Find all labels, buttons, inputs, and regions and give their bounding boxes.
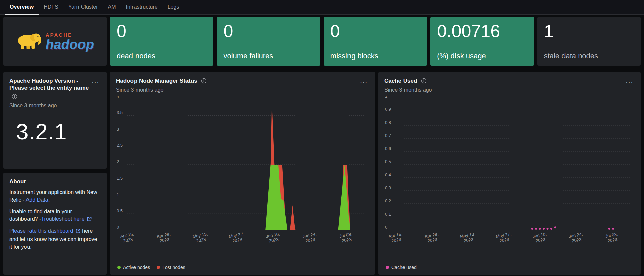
- about-text: Instrument your application with New Rel…: [9, 189, 97, 203]
- svg-text:3.5: 3.5: [117, 110, 123, 115]
- external-link-icon[interactable]: [76, 228, 80, 236]
- info-icon[interactable]: [201, 78, 207, 85]
- external-link-icon[interactable]: [87, 216, 92, 224]
- svg-text:Apr 15,2023: Apr 15,2023: [120, 232, 135, 244]
- chart-title: Cache Used: [384, 78, 417, 84]
- svg-text:Jun 10,2023: Jun 10,2023: [265, 231, 281, 244]
- svg-text:May 27,2023: May 27,2023: [495, 231, 513, 244]
- kpi-value: 1: [544, 22, 634, 40]
- svg-text:0.1: 0.1: [385, 212, 391, 217]
- kpi-label: stale data nodes: [544, 52, 634, 60]
- hadoop-logo-card: APACHE hadoop: [3, 17, 107, 66]
- kpi-value: 0: [117, 22, 207, 40]
- left-column: Apache Hadoop Version - Please select th…: [3, 72, 107, 275]
- svg-text:Jul 08,2023: Jul 08,2023: [339, 232, 354, 244]
- hadoop-elephant-icon: [16, 32, 42, 52]
- svg-text:0.7: 0.7: [385, 133, 391, 138]
- hadoop-version-value: 3.2.1: [16, 119, 101, 144]
- card-menu-button[interactable]: ...: [624, 77, 635, 83]
- main-row: Apache Hadoop Version - Please select th…: [3, 72, 641, 275]
- svg-text:May 27,2023: May 27,2023: [228, 231, 246, 244]
- svg-text:Apr 29,2023: Apr 29,2023: [424, 232, 440, 244]
- hadoop-version-card[interactable]: Apache Hadoop Version - Please select th…: [3, 72, 107, 169]
- svg-text:0.8: 0.8: [385, 120, 391, 125]
- svg-text:1.5: 1.5: [117, 176, 123, 181]
- about-paragraph: Please rate this dashboard here and let …: [9, 227, 101, 251]
- legend-dot-icon: [117, 266, 121, 269]
- svg-text:0: 0: [385, 225, 387, 230]
- tab-infrastructure[interactable]: Infrastructure: [121, 0, 162, 15]
- tab-logs[interactable]: Logs: [163, 0, 184, 15]
- svg-text:1: 1: [117, 192, 119, 197]
- chart-title: Hadoop Node Manager Status: [116, 78, 197, 84]
- kpi-missing-blocks[interactable]: 0 missing blocks: [324, 17, 427, 66]
- card-title: About: [9, 178, 101, 185]
- chart-legend: Cache used: [384, 263, 635, 271]
- info-icon[interactable]: [421, 78, 427, 85]
- legend-dot-icon: [157, 266, 160, 269]
- card-menu-button[interactable]: ...: [359, 77, 369, 83]
- kpi-volume-failures[interactable]: 0 volume failures: [217, 17, 320, 66]
- svg-text:2: 2: [117, 159, 119, 164]
- svg-text:0.5: 0.5: [385, 159, 391, 164]
- cache-used-card: Cache Used Since 3 months ago ... 00.10.…: [378, 72, 641, 275]
- svg-text:0: 0: [117, 225, 119, 230]
- since-label: Since 3 months ago: [9, 103, 101, 109]
- svg-text:3: 3: [117, 127, 119, 132]
- svg-text:4: 4: [117, 96, 119, 99]
- tab-yarn-cluster[interactable]: Yarn Cluster: [63, 0, 103, 15]
- tab-hdfs[interactable]: HDFS: [39, 0, 63, 15]
- rate-dashboard-link[interactable]: Please rate this dashboard: [9, 228, 73, 234]
- svg-text:0.9: 0.9: [385, 107, 391, 112]
- svg-text:1: 1: [385, 96, 387, 99]
- svg-text:0.2: 0.2: [385, 198, 391, 203]
- add-data-link[interactable]: Add Data: [26, 197, 48, 203]
- cache-used-chart[interactable]: 00.10.20.30.40.50.60.70.80.91Apr 15,2023…: [384, 96, 635, 247]
- about-card: About Instrument your application with N…: [3, 173, 107, 275]
- tab-am[interactable]: AM: [103, 0, 121, 15]
- hadoop-wordmark: hadoop: [46, 38, 94, 51]
- info-icon[interactable]: [12, 94, 17, 101]
- card-menu-button[interactable]: ...: [90, 77, 101, 83]
- kpi-dead-nodes[interactable]: 0 dead nodes: [110, 17, 213, 66]
- legend-item[interactable]: Cache used: [386, 265, 417, 270]
- svg-text:Jun 24,2023: Jun 24,2023: [302, 231, 318, 244]
- legend-label: Active nodes: [123, 265, 150, 270]
- about-paragraph: Unable to find data in your dashboard? -…: [9, 208, 101, 224]
- about-text: .: [48, 197, 50, 203]
- legend-dot-icon: [386, 266, 389, 269]
- node-manager-status-chart[interactable]: 00.511.522.533.54Apr 15,2023Apr 29,2023M…: [116, 96, 369, 247]
- svg-text:Jun 10,2023: Jun 10,2023: [532, 231, 548, 244]
- svg-text:0.3: 0.3: [385, 185, 391, 190]
- legend-label: Cache used: [391, 265, 417, 270]
- card-title: Apache Hadoop Version - Please select th…: [9, 77, 90, 92]
- svg-text:Jun 24,2023: Jun 24,2023: [568, 231, 584, 244]
- kpi-disk-usage[interactable]: 0.00716 (%) disk usage: [430, 17, 534, 66]
- svg-text:Apr 15,2023: Apr 15,2023: [388, 232, 404, 244]
- svg-text:Apr 29,2023: Apr 29,2023: [156, 232, 172, 244]
- svg-text:0.4: 0.4: [385, 172, 391, 177]
- legend-item[interactable]: Lost nodes: [157, 265, 185, 270]
- node-manager-status-card: Hadoop Node Manager Status Since 3 month…: [110, 72, 375, 275]
- svg-text:May 13,2023: May 13,2023: [192, 231, 209, 244]
- tab-overview[interactable]: Overview: [5, 0, 39, 15]
- kpi-label: volume failures: [223, 52, 313, 60]
- kpi-value: 0: [223, 22, 313, 40]
- kpi-label: dead nodes: [117, 52, 207, 60]
- kpi-row: APACHE hadoop 0 dead nodes 0 volume fail…: [3, 17, 641, 66]
- about-paragraph: Instrument your application with New Rel…: [9, 189, 101, 204]
- svg-text:0.6: 0.6: [385, 146, 391, 151]
- legend-item[interactable]: Active nodes: [117, 265, 150, 270]
- svg-text:0.5: 0.5: [117, 208, 123, 213]
- svg-text:May 13,2023: May 13,2023: [460, 231, 477, 244]
- kpi-label: missing blocks: [330, 52, 420, 60]
- kpi-value: 0: [330, 22, 420, 40]
- troubleshoot-link[interactable]: Troubleshoot here: [41, 216, 84, 222]
- kpi-stale-data-nodes[interactable]: 1 stale data nodes: [537, 17, 641, 66]
- chart-legend: Active nodesLost nodes: [116, 263, 369, 271]
- kpi-value: 0.00716: [437, 22, 527, 40]
- kpi-label: (%) disk usage: [437, 52, 527, 60]
- since-label: Since 3 months ago: [384, 87, 432, 93]
- since-label: Since 3 months ago: [116, 87, 207, 93]
- legend-label: Lost nodes: [162, 265, 185, 270]
